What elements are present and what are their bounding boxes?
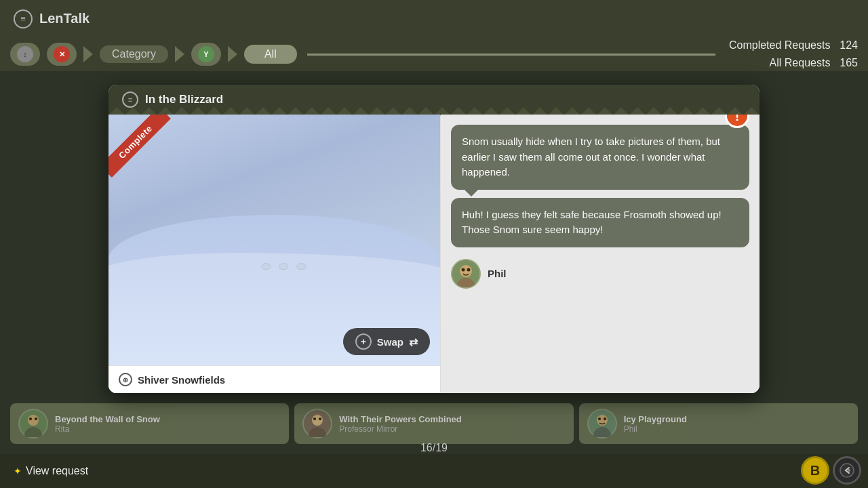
swap-button[interactable]: + Swap ⇄: [343, 328, 430, 355]
filter-line: [307, 54, 715, 56]
detail-modal: ≡ In the Blizzard: [108, 85, 760, 393]
pokemon-snom-2: [279, 263, 288, 270]
all-count-row: All Requests 165: [722, 54, 858, 72]
bottom-card-3[interactable]: Icy Playground Phil: [579, 403, 858, 444]
modal-header-icon: ≡: [122, 92, 138, 108]
swap-plus-icon: +: [355, 333, 372, 350]
modal-header: ≡ In the Blizzard: [108, 85, 760, 115]
bottom-card-1[interactable]: Beyond the Wall of Snow Rita: [10, 403, 289, 444]
svg-point-9: [35, 418, 37, 420]
pokemon-group: [261, 263, 306, 270]
y-icon: Y: [198, 46, 214, 62]
view-request-area: ✦ View request: [14, 465, 88, 477]
card-1-subtitle: Rita: [55, 424, 160, 434]
sender-info: Phil: [451, 259, 749, 289]
card-2-subtitle: Professor Mirror: [339, 424, 461, 434]
filter-bar: ↕ ✕ Category Y All Completed Requests 12…: [0, 37, 868, 71]
svg-point-20: [840, 464, 854, 477]
filter-arrow-2: [175, 46, 184, 62]
close-filter-button[interactable]: ✕: [47, 43, 77, 66]
photo-caption: ⊕ Shiver Snowfields: [108, 365, 440, 393]
top-bar: ≡ LenTalk: [0, 0, 868, 37]
card-3-title: Icy Playground: [624, 414, 687, 424]
svg-point-19: [604, 418, 606, 420]
app-icon: ≡: [14, 9, 33, 28]
svg-point-6: [28, 415, 39, 426]
card-2-text: With Their Powers Combined Professor Mir…: [339, 414, 461, 434]
chat-bubble-1: Snom usually hide when I try to take pic…: [451, 125, 749, 190]
bottom-bar: ✦ View request: [0, 454, 868, 488]
filter-arrow-1: [83, 46, 93, 62]
back-icon[interactable]: [833, 456, 861, 485]
view-request-label: View request: [26, 465, 88, 477]
svg-point-13: [313, 418, 316, 420]
y-button-filter[interactable]: Y: [191, 43, 221, 66]
b-button[interactable]: B: [801, 456, 829, 485]
close-icon: ✕: [54, 46, 70, 62]
modal-body: + Swap ⇄ ⊕ Shiver Snowfields ! Snom usua…: [108, 115, 760, 393]
complete-ribbon: [108, 115, 183, 189]
card-3-text: Icy Playground Phil: [624, 414, 687, 434]
card-1-text: Beyond the Wall of Snow Rita: [55, 414, 160, 434]
chat-panel: ! Snom usually hide when I try to take p…: [441, 115, 760, 393]
svg-point-3: [462, 268, 465, 271]
location-name: Shiver Snowfields: [138, 374, 225, 386]
bottom-cards: Beyond the Wall of Snow Rita With Their …: [0, 403, 868, 444]
all-filter[interactable]: All: [244, 45, 297, 64]
app-title: LenTalk: [39, 11, 90, 26]
svg-point-18: [598, 418, 601, 420]
sort-button[interactable]: ↕: [10, 43, 40, 66]
star-icon: ✦: [14, 466, 22, 476]
b-button-area: B: [801, 456, 861, 485]
svg-point-21: [848, 469, 850, 472]
category-filter[interactable]: Category: [100, 45, 168, 63]
swap-arrows-icon: ⇄: [409, 336, 418, 348]
bottom-card-2[interactable]: With Their Powers Combined Professor Mir…: [294, 403, 573, 444]
svg-point-8: [29, 418, 32, 420]
photo-panel: + Swap ⇄ ⊕ Shiver Snowfields: [108, 115, 441, 393]
svg-point-14: [319, 418, 321, 420]
pokemon-snom-1: [261, 263, 271, 270]
svg-point-11: [312, 415, 323, 426]
svg-point-4: [467, 268, 471, 271]
card-1-avatar: [18, 409, 48, 439]
chat-bubble-2: Huh! I guess they felt safe because Fros…: [451, 198, 749, 247]
card-1-title: Beyond the Wall of Snow: [55, 414, 160, 424]
avatar-face: [452, 260, 479, 287]
request-counts: Completed Requests 124 All Requests 165: [722, 37, 858, 71]
completed-count-row: Completed Requests 124: [722, 37, 858, 54]
location-icon: ⊕: [119, 373, 132, 386]
card-2-title: With Their Powers Combined: [339, 414, 461, 424]
modal-title: In the Blizzard: [145, 93, 223, 106]
pokemon-snom-3: [296, 263, 306, 270]
photo-container: + Swap ⇄: [108, 115, 440, 365]
sort-icon: ↕: [17, 46, 33, 62]
card-3-subtitle: Phil: [624, 424, 687, 434]
sender-avatar: [451, 259, 481, 289]
filter-arrow-3: [228, 46, 237, 62]
pagination: 16/19: [0, 442, 868, 454]
sender-name: Phil: [488, 268, 507, 279]
card-3-avatar: [587, 409, 617, 439]
card-2-avatar: [302, 409, 332, 439]
